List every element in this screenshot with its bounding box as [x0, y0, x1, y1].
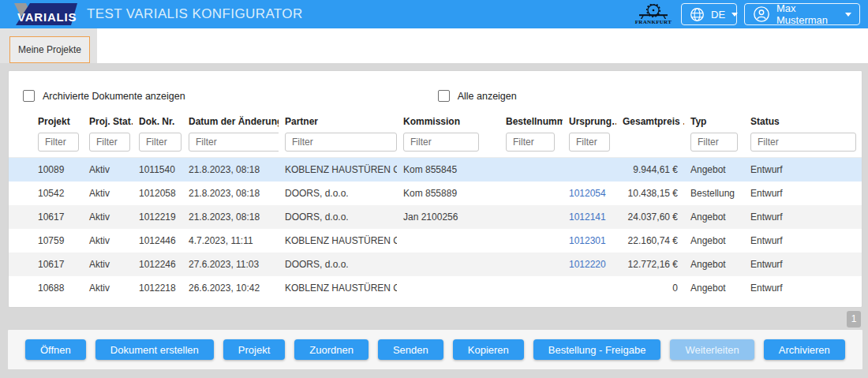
language-value: DE — [711, 9, 725, 21]
globe-icon — [690, 7, 705, 22]
ursprung-link[interactable]: 1012220 — [569, 259, 606, 270]
table-row[interactable]: 10688 Aktiv 1012218 26.6.2023, 10:42 KOB… — [9, 276, 862, 300]
filter-input-projekt[interactable] — [38, 133, 79, 152]
logo-text: VARIALIS — [17, 10, 77, 24]
show-all-label: Alle anzeigen — [458, 91, 517, 102]
table-row[interactable]: 10089 Aktiv 1011540 21.8.2023, 08:18 KOB… — [9, 158, 862, 182]
weiterleiten-button[interactable]: Weiterleiten — [670, 339, 754, 360]
filter-input-proj-status[interactable] — [89, 133, 130, 152]
archivieren-button[interactable]: Archivieren — [764, 339, 845, 360]
bestellung-freigabe-button[interactable]: Bestellung - Freigabe — [533, 339, 661, 360]
ursprung-link[interactable]: 1012054 — [569, 188, 606, 199]
projects-card: Archivierte Dokumente anzeigen Alle anze… — [8, 70, 862, 308]
show-all-checkbox[interactable]: Alle anzeigen — [438, 90, 517, 102]
dokument-erstellen-button[interactable]: Dokument erstellen — [95, 339, 214, 360]
zuordnen-button[interactable]: Zuordnen — [294, 339, 369, 360]
filter-toolbar: Archivierte Dokumente anzeigen Alle anze… — [9, 71, 862, 102]
person-icon — [753, 6, 770, 23]
page-body: Archivierte Dokumente anzeigen Alle anze… — [0, 63, 868, 378]
filter-input-kommission[interactable] — [403, 133, 479, 152]
filter-input-partner[interactable] — [285, 133, 397, 152]
column-header-ursprung[interactable]: Ursprung… — [563, 116, 616, 133]
senden-button[interactable]: Senden — [378, 339, 443, 360]
column-header-typ[interactable]: Typ — [684, 116, 744, 133]
varialis-logo: VARIALIS — [8, 2, 77, 26]
filter-input-dok-nr[interactable] — [139, 133, 181, 152]
ursprung-link[interactable]: 1012301 — [569, 235, 606, 246]
tab-strip: Meine Projekte — [0, 28, 868, 63]
table-row[interactable]: 10759 Aktiv 1012446 4.7.2023, 11:11 KOBL… — [9, 229, 862, 253]
table-row[interactable]: 10617 Aktiv 1012219 21.8.2023, 08:18 DOO… — [9, 205, 862, 229]
user-menu-dropdown[interactable]: Max Musterman — [744, 3, 860, 25]
kopieren-button[interactable]: Kopieren — [453, 339, 524, 360]
table-filter-row — [9, 133, 862, 158]
projects-table: Projekt Proj. Stat… Dok. Nr. Datum der Ä… — [9, 116, 862, 300]
saw-blade-icon — [636, 4, 671, 19]
column-header-datum[interactable]: Datum der Änderung — [182, 116, 279, 133]
column-header-bestellnummer[interactable]: Bestellnumm… — [499, 116, 563, 133]
tab-meine-projekte[interactable]: Meine Projekte — [9, 36, 90, 63]
column-header-kommission[interactable]: Kommission — [397, 116, 499, 133]
app-header: VARIALIS TEST VARIALIS KONFIGURATOR FRAN… — [0, 0, 868, 28]
chevron-down-icon — [731, 13, 738, 17]
page-indicator[interactable]: 1 — [847, 311, 861, 327]
column-header-proj-status[interactable]: Proj. Stat… — [83, 116, 133, 133]
branch-label: FRANKFURT — [635, 20, 672, 25]
chevron-down-icon — [845, 13, 851, 17]
oeffnen-button[interactable]: Öffnen — [25, 339, 86, 360]
table-row[interactable]: 10542 Aktiv 1012058 21.8.2023, 08:18 DOO… — [9, 182, 862, 205]
page-title: TEST VARIALIS KONFIGURATOR — [87, 6, 303, 22]
filter-input-status[interactable] — [750, 133, 856, 152]
column-header-status[interactable]: Status — [744, 116, 862, 133]
table-header-row: Projekt Proj. Stat… Dok. Nr. Datum der Ä… — [9, 116, 862, 133]
column-header-partner[interactable]: Partner — [279, 116, 397, 133]
tab-container: Meine Projekte — [0, 28, 97, 63]
projekt-button[interactable]: Projekt — [223, 339, 285, 360]
action-bar: Öffnen Dokument erstellen Projekt Zuordn… — [8, 330, 862, 369]
ursprung-link[interactable]: 1012141 — [569, 211, 606, 223]
pagination-bar: 1 — [8, 308, 862, 330]
table-row[interactable]: 10617 Aktiv 1012246 27.6.2023, 11:03 DOO… — [9, 253, 862, 276]
column-header-projekt[interactable]: Projekt — [9, 116, 83, 133]
filter-input-typ[interactable] — [690, 133, 738, 152]
archived-documents-label: Archivierte Dokumente anzeigen — [43, 91, 185, 102]
filter-input-ursprung[interactable] — [569, 133, 610, 152]
column-header-gesamtpreis[interactable]: Gesamtpreis … — [616, 116, 684, 133]
branch-logo: FRANKFURT — [633, 4, 674, 25]
checkbox-icon[interactable] — [23, 90, 35, 102]
column-header-dok-nr[interactable]: Dok. Nr. — [133, 116, 182, 133]
user-name: Max Musterman — [776, 2, 839, 26]
language-dropdown[interactable]: DE — [681, 3, 737, 25]
archived-documents-checkbox[interactable]: Archivierte Dokumente anzeigen — [23, 90, 185, 102]
filter-input-datum[interactable] — [189, 133, 279, 152]
filter-input-bestellnummer[interactable] — [506, 133, 555, 152]
checkbox-icon[interactable] — [438, 90, 450, 102]
